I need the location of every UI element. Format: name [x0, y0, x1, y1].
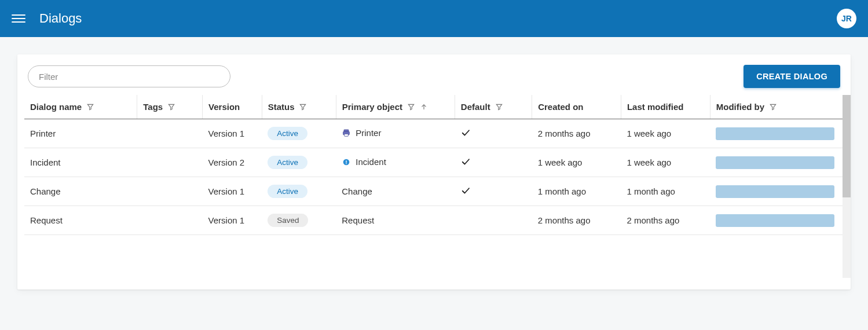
redacted-value: [716, 214, 834, 227]
create-dialog-button[interactable]: CREATE DIALOG: [744, 65, 840, 88]
cell-version: Version 2: [203, 148, 262, 177]
cell-name: Incident: [24, 148, 137, 177]
cell-tags: [137, 148, 203, 177]
check-icon: [460, 130, 471, 140]
svg-rect-5: [346, 163, 347, 164]
svg-rect-0: [344, 130, 349, 131]
cell-status: Active: [262, 119, 336, 148]
col-label: Default: [461, 102, 490, 112]
col-header-primary-object[interactable]: Primary object: [336, 95, 455, 119]
cell-last-modified: 1 week ago: [621, 119, 710, 148]
cell-default: [455, 119, 532, 148]
col-header-tags[interactable]: Tags: [137, 95, 203, 119]
status-badge: Active: [268, 127, 307, 140]
cell-modified-by: [710, 148, 844, 177]
cell-modified-by: [710, 119, 844, 148]
col-label: Version: [208, 102, 240, 112]
col-header-status[interactable]: Status: [262, 95, 336, 119]
cell-default: [455, 177, 532, 206]
cell-status: Saved: [262, 206, 336, 235]
content-card: CREATE DIALOG Dialog name: [17, 54, 851, 289]
col-header-default[interactable]: Default: [455, 95, 532, 119]
table-scroll[interactable]: Dialog name Tags: [24, 95, 844, 287]
svg-rect-2: [345, 134, 349, 136]
table-area: Dialog name Tags: [17, 95, 851, 287]
check-icon: [460, 159, 471, 168]
cell-last-modified: 2 months ago: [621, 206, 710, 235]
cell-version: Version 1: [203, 206, 262, 235]
cell-status: Active: [262, 148, 336, 177]
filter-icon[interactable]: [167, 103, 175, 111]
cell-primary-object: Change: [336, 177, 455, 206]
cell-status: Active: [262, 177, 336, 206]
status-badge: Active: [268, 185, 307, 198]
cell-created-on: 1 month ago: [532, 177, 621, 206]
cell-created-on: 2 months ago: [532, 206, 621, 235]
check-icon: [460, 188, 471, 197]
redacted-value: [716, 127, 834, 140]
incident-icon: [342, 157, 352, 168]
app-header: Dialogs JR: [0, 0, 868, 37]
cell-modified-by: [710, 206, 844, 235]
vertical-scrollbar-thumb[interactable]: [843, 95, 851, 197]
primary-object-label: Printer: [356, 128, 381, 138]
table-empty-area: [24, 235, 844, 287]
primary-object-label: Change: [342, 186, 372, 196]
filter-icon[interactable]: [495, 103, 503, 111]
cell-last-modified: 1 week ago: [621, 148, 710, 177]
vertical-scrollbar[interactable]: [843, 95, 851, 278]
col-header-name[interactable]: Dialog name: [24, 95, 137, 119]
cell-primary-object: Printer: [336, 119, 455, 148]
col-label: Last modified: [627, 102, 684, 112]
table-header-row: Dialog name Tags: [24, 95, 844, 119]
status-badge: Saved: [268, 214, 308, 227]
cell-tags: [137, 206, 203, 235]
menu-icon[interactable]: [12, 12, 25, 25]
sort-asc-icon[interactable]: [420, 103, 428, 111]
table-row[interactable]: RequestVersion 1SavedRequest2 months ago…: [24, 206, 844, 235]
col-label: Modified by: [716, 102, 764, 112]
header-left: Dialogs: [12, 11, 82, 26]
cell-version: Version 1: [203, 119, 262, 148]
cell-name: Request: [24, 206, 137, 235]
col-label: Status: [268, 102, 295, 112]
cell-default: [455, 206, 532, 235]
svg-rect-4: [346, 160, 347, 163]
col-label: Created on: [538, 102, 583, 112]
col-header-modified-by[interactable]: Modified by: [710, 95, 844, 119]
col-header-created[interactable]: Created on: [532, 95, 621, 119]
cell-modified-by: [710, 177, 844, 206]
primary-object-label: Incident: [356, 157, 386, 167]
filter-icon[interactable]: [769, 103, 777, 111]
cell-version: Version 1: [203, 177, 262, 206]
cell-default: [455, 148, 532, 177]
filter-icon[interactable]: [86, 103, 94, 111]
cell-created-on: 2 months ago: [532, 119, 621, 148]
page-body: CREATE DIALOG Dialog name: [0, 37, 868, 301]
cell-last-modified: 1 month ago: [621, 177, 710, 206]
table-row[interactable]: IncidentVersion 2ActiveIncident1 week ag…: [24, 148, 844, 177]
primary-object-label: Request: [342, 215, 374, 225]
cell-tags: [137, 119, 203, 148]
cell-tags: [137, 177, 203, 206]
status-badge: Active: [268, 156, 307, 169]
cell-name: Change: [24, 177, 137, 206]
redacted-value: [716, 156, 834, 169]
table-row[interactable]: ChangeVersion 1ActiveChange1 month ago1 …: [24, 177, 844, 206]
avatar[interactable]: JR: [837, 9, 856, 28]
cell-primary-object: Request: [336, 206, 455, 235]
filter-icon[interactable]: [407, 103, 415, 111]
col-label: Dialog name: [30, 102, 82, 112]
toolbar: CREATE DIALOG: [17, 54, 851, 95]
table-row[interactable]: PrinterVersion 1ActivePrinter2 months ag…: [24, 119, 844, 148]
cell-created-on: 1 week ago: [532, 148, 621, 177]
redacted-value: [716, 185, 834, 198]
filter-icon[interactable]: [299, 103, 307, 111]
col-header-version[interactable]: Version: [203, 95, 262, 119]
page-title: Dialogs: [39, 11, 82, 26]
col-header-last-modified[interactable]: Last modified: [621, 95, 710, 119]
dialogs-table: Dialog name Tags: [24, 95, 844, 235]
cell-name: Printer: [24, 119, 137, 148]
filter-input[interactable]: [28, 65, 230, 87]
cell-primary-object: Incident: [336, 148, 455, 177]
